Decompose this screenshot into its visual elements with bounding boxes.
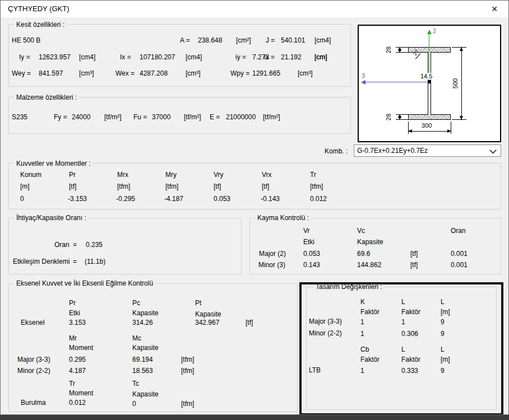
dialog-window: ÇYTHYEDY (GKT) × Kesit özellikleri : HE … (0, 0, 509, 415)
ix-radius-label: ix = (264, 53, 275, 61)
wey-label: Wey = (12, 69, 31, 77)
forces-header: Tr (310, 171, 316, 179)
design-row-name: Major (3-3) (309, 318, 342, 325)
design-variables-legend: Tasarım Değişkenleri : (313, 283, 385, 291)
forces-header: Vry (214, 171, 224, 179)
design-row-v1: 1 (360, 318, 364, 326)
dialog-title: ÇYTHYEDY (GKT) (8, 4, 70, 13)
moment-row-unit: [tfm] (181, 367, 194, 375)
ratio-equals: = (73, 241, 77, 249)
axial-header-pr: Pr (69, 299, 76, 307)
e-label: E = (210, 113, 220, 121)
demand-capacity-legend: İhtiyaç/Kapasite Oranı : (14, 214, 89, 222)
interaction-eq-value: (11.1b) (85, 258, 105, 265)
forces-unit: [tf] (262, 183, 269, 190)
shear-row-vr: 0.143 (303, 261, 320, 269)
shear-row-vr: 0.053 (303, 250, 320, 258)
moment-row-name: Major (3-3) (17, 356, 50, 363)
moment-row-v1: 4.187 (69, 367, 86, 375)
forces-unit: [tf] (69, 183, 76, 190)
shear-header-oran: Oran (451, 227, 466, 235)
axial-bending-legend: Eksenel Kuvvet ve İki Eksenli Eğilme Kon… (14, 279, 155, 287)
design-row-v2: 0.333 (401, 367, 418, 375)
ix-major-unit: [cm4] (186, 53, 202, 61)
interaction-eq-equals: = (73, 258, 77, 265)
axial-header-pc: Pc (132, 299, 140, 307)
torsion-subheader-kapasite: Kapasite (132, 390, 159, 398)
axis-2-arrow-icon (427, 30, 432, 34)
wpy-label: Wpy = (230, 69, 249, 77)
j-value: 540.101 (281, 36, 305, 44)
combination-select[interactable]: G-0.7Ex+0.21Ey+0.7Ez (354, 144, 501, 157)
forces-moments-legend: Kuvvetler ve Momentler : (14, 160, 93, 167)
fu-label: Fu = (133, 113, 147, 121)
shear-row-name: Minor (3) (258, 261, 285, 269)
axial-subheader-etki: Etki (69, 309, 80, 317)
fy-value: 24000 (72, 113, 90, 121)
wey-value: 841.597 (39, 69, 63, 77)
torsion-subheader-moment: Moment (69, 389, 93, 397)
ratio-label: Oran (54, 241, 70, 249)
shear-check-legend: Kayma Kontrolü : (255, 214, 311, 222)
iy-radius-label: iy = (235, 53, 246, 61)
forces-header: Konum (20, 171, 41, 179)
width-dim-arrow-right-icon (447, 129, 451, 133)
profile-name: HE 500 B (12, 36, 40, 44)
area-value: 238.648 (198, 36, 222, 44)
torsion-row-name: Burulma (21, 399, 46, 407)
moment-subheader-kapasite: Kapasite (132, 344, 159, 352)
moment-header-mr: Mr (69, 334, 77, 342)
shear-row-oran: 0.001 (451, 261, 468, 269)
demand-capacity-group (8, 218, 242, 274)
shear-row-unit: [tf] (410, 250, 418, 258)
depth-dim-tick-bottom (452, 119, 466, 120)
section-properties-legend: Kesit özellikleri : (14, 21, 67, 29)
design-header-l4: L (441, 346, 445, 353)
axial-row-unit: [tf] (246, 319, 253, 326)
iy-major-value: 12623.957 (39, 53, 71, 61)
forces-unit: [tfm] (117, 183, 130, 190)
axial-subheader-kapasite2: Kapasite (195, 310, 221, 318)
area-label: A = (180, 36, 190, 44)
ratio-value: 0.235 (86, 241, 103, 249)
bottom-flange (408, 114, 451, 120)
fy-unit: [tf/m²] (104, 113, 122, 121)
torsion-row-v1: 0.012 (69, 399, 86, 407)
depth-dim-arrow-bottom-icon (460, 116, 463, 120)
depth-dim-label: 500 (452, 78, 459, 88)
design-row-name: Minor (2-2) (309, 329, 342, 337)
tf-bottom-label: 28 (385, 114, 392, 120)
forces-unit: [tfm] (310, 183, 323, 190)
forces-value: -4.187 (164, 195, 183, 203)
axial-row-v1: 3.153 (69, 319, 86, 326)
axial-header-pt: Pt (195, 299, 201, 307)
axis-3-label: 3 (362, 72, 365, 79)
forces-value: -3.153 (68, 195, 87, 203)
design-row-v3: 9 (441, 367, 445, 375)
section-diagram: 2 3 14.5 500 300 28 28 (358, 25, 501, 142)
wex-value: 4287.208 (140, 69, 168, 77)
close-button[interactable]: × (487, 2, 502, 16)
wpy-value: 1291.665 (252, 69, 280, 77)
forces-header: Mry (165, 171, 177, 179)
forces-unit: [m] (20, 183, 30, 190)
axial-row-v3: 342.967 (195, 319, 219, 326)
shear-header-vc: Vc (357, 227, 365, 235)
area-unit: [cm²] (236, 36, 251, 44)
moment-row-v1: 0.295 (69, 356, 86, 363)
design-subheader-m2: [m] (441, 356, 450, 363)
axis-2-label: 2 (433, 27, 436, 34)
shear-row-vc: 69.6 (357, 250, 370, 258)
web-thickness-label: 14.5 (420, 73, 432, 80)
centroid-marker (428, 80, 431, 83)
moment-row-name: Minor (2-2) (17, 367, 50, 375)
forces-unit: [tfm] (165, 183, 178, 190)
ix-major-value: 107180.207 (140, 53, 175, 61)
design-row-v2: 0.306 (401, 330, 418, 338)
design-row-v1: 1 (360, 330, 364, 338)
design-header-k: K (360, 298, 365, 306)
design-subheader-faktor1: Faktör (360, 308, 380, 316)
width-dim-label: 300 (422, 122, 432, 129)
axis-3-arrow-icon (361, 80, 365, 85)
fu-value: 37000 (152, 113, 170, 121)
